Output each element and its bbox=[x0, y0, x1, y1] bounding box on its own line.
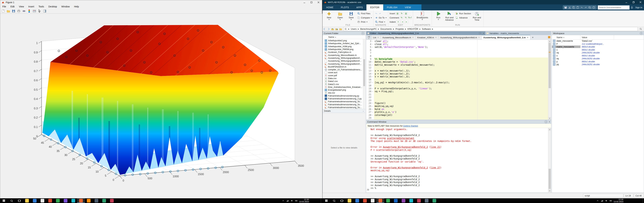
editor-panel-header[interactable]: Editor - Auswertung_Wirkungsgradkennfeld… bbox=[366, 31, 485, 35]
editor-tab[interactable]: Kreatoer_ASM.m✕ bbox=[416, 35, 438, 40]
code-line[interactable]: 13-x = matrix_messwerte(:,1); bbox=[366, 69, 548, 72]
editor-tab[interactable]: t.m✕ bbox=[372, 35, 381, 40]
indent-left-icon[interactable]: ⇤ bbox=[405, 20, 408, 23]
file-list-item[interactable]: cover.aux bbox=[323, 71, 366, 74]
code-warning-indicator[interactable] bbox=[548, 36, 550, 38]
code-line[interactable]: 9%% Dateipfade bbox=[366, 58, 548, 61]
surface-plot[interactable]: 10.90.80.70.60.50.40.30.20.1050454035302… bbox=[0, 14, 322, 198]
start-button[interactable] bbox=[0, 198, 8, 203]
task-view-icon[interactable] bbox=[338, 198, 346, 203]
close-button[interactable] bbox=[315, 0, 322, 5]
taskbar-app-icon[interactable] bbox=[31, 198, 38, 203]
workspace-row[interactable]: datei_messwerte'Data2.csv' bbox=[552, 40, 644, 43]
insert-colorbar-icon[interactable] bbox=[27, 9, 31, 13]
undo-icon[interactable] bbox=[580, 6, 584, 9]
taskbar-app-icon[interactable] bbox=[369, 198, 376, 203]
taskbar-app-icon[interactable] bbox=[92, 198, 100, 203]
insert-function-icon[interactable]: fx bbox=[400, 12, 403, 15]
save-figure-icon[interactable] bbox=[12, 9, 16, 13]
forward-icon[interactable] bbox=[326, 27, 330, 31]
code-line[interactable]: 12 bbox=[366, 66, 548, 69]
taskbar-app-icon[interactable] bbox=[77, 198, 85, 203]
code-line[interactable]: 7 bbox=[366, 52, 548, 55]
breadcrumb[interactable]: C:▶Users▶BerechnungsPC▶Documents▶Projekt… bbox=[344, 27, 638, 31]
code-line[interactable]: 11-matrix_messwerte = xlsread(datei_mess… bbox=[366, 64, 548, 67]
minimize-button[interactable] bbox=[623, 0, 630, 4]
code-line[interactable]: 28-colormap(jet) bbox=[366, 114, 548, 117]
file-list-item[interactable]: Fahrantriebsdimensionierung_Sc... bbox=[323, 106, 366, 109]
toolstrip-tab-apps[interactable]: APPS bbox=[353, 4, 366, 11]
show-desktop-button[interactable] bbox=[643, 198, 644, 203]
editor-tab[interactable]: Auswertung_Wirkungsgradkennfeld.m✕ bbox=[438, 35, 482, 40]
close-tab-icon[interactable]: ✕ bbox=[435, 37, 437, 39]
panel-menu-icon[interactable]: ▾ bbox=[479, 32, 482, 35]
file-list-item[interactable]: Fahrantriebsdimensionierung_Sc... bbox=[323, 100, 366, 103]
panel-menu-icon[interactable]: ▾ bbox=[544, 120, 548, 123]
taskbar-app-icon[interactable] bbox=[100, 198, 108, 203]
search-input[interactable] bbox=[598, 6, 630, 9]
code-line[interactable]: 29 bbox=[366, 117, 548, 120]
task-view-icon[interactable] bbox=[16, 198, 23, 203]
console-error-link[interactable]: scatteredInterpolant bbox=[387, 137, 414, 139]
save-icon[interactable] bbox=[564, 6, 567, 9]
show-desktop-button[interactable] bbox=[321, 198, 322, 203]
close-button[interactable] bbox=[637, 0, 644, 4]
code-line[interactable]: 25-mesh(xq,yq,vq) bbox=[366, 105, 548, 108]
chevron-up-icon[interactable] bbox=[282, 199, 284, 202]
toolstrip-tab-publish[interactable]: PUBLISH bbox=[383, 4, 401, 11]
workspace-row[interactable]: xq244x16251 double bbox=[552, 57, 644, 60]
taskbar-app-icon[interactable] bbox=[108, 198, 116, 203]
edit-plot-icon[interactable] bbox=[38, 9, 42, 13]
panel-menu-icon[interactable]: ▾ bbox=[640, 32, 643, 35]
taskbar-app-icon[interactable] bbox=[407, 198, 415, 203]
file-list-item[interactable]: Auswertung_Wirkungsgradkennf... bbox=[323, 59, 366, 62]
breadcrumb-segment[interactable]: Documents bbox=[380, 28, 392, 30]
scroll-down-icon[interactable]: ▼ bbox=[548, 189, 551, 192]
keyboard-icon[interactable] bbox=[295, 199, 298, 202]
code-line[interactable]: 26-hold on bbox=[366, 108, 548, 111]
toolstrip-tab-editor[interactable]: EDITOR bbox=[366, 4, 383, 11]
file-list-item[interactable]: Arbeitspunkte2.png bbox=[323, 39, 366, 42]
taskbar-search-icon[interactable] bbox=[8, 198, 16, 203]
file-list-item[interactable]: Fahrantriebsdimensionierung.py bbox=[323, 94, 366, 97]
maximize-button[interactable] bbox=[308, 0, 315, 5]
start-button[interactable] bbox=[322, 198, 330, 203]
run-button[interactable]: Run bbox=[433, 11, 444, 20]
panel-menu-icon[interactable]: ▾ bbox=[362, 32, 364, 35]
close-tab-icon[interactable]: ✕ bbox=[412, 37, 414, 39]
file-list-item[interactable]: cover.pdf bbox=[323, 74, 366, 77]
code-line[interactable]: 19-F = scatteredInterpolant(x,y,v, 'line… bbox=[366, 87, 548, 90]
taskbar-app-icon[interactable] bbox=[46, 198, 54, 203]
network-icon[interactable] bbox=[286, 199, 289, 202]
breadcrumb-segment[interactable]: Users bbox=[350, 28, 357, 30]
link-plot-icon[interactable] bbox=[22, 9, 26, 13]
editor-scrollbar[interactable]: ▲ ▼ bbox=[548, 40, 551, 120]
new-button[interactable]: New bbox=[324, 11, 334, 20]
help-icon[interactable]: ? bbox=[592, 6, 596, 9]
code-line[interactable]: 4-close all; bbox=[366, 43, 548, 46]
code-line[interactable]: 15-v = matrix_messwerte(:,3); bbox=[366, 75, 548, 78]
up-folder-icon[interactable] bbox=[330, 27, 334, 31]
dock-figure-icon[interactable] bbox=[43, 9, 47, 13]
console-error-link[interactable]: Auswertung_Wirkungsgradkennfeld_2 bbox=[383, 166, 428, 169]
file-list-item[interactable]: Data21.csv bbox=[323, 83, 366, 85]
figure-menu-insert[interactable]: Insert bbox=[26, 5, 36, 8]
workspace-row[interactable]: x660x1 double bbox=[552, 54, 644, 57]
file-list-item[interactable]: Auswertung_Messsoftware.m bbox=[323, 54, 366, 56]
compare-button[interactable]: Compare bbox=[357, 16, 372, 20]
toolstrip-tab-view[interactable]: VIEW bbox=[401, 4, 414, 11]
console-scrollbar[interactable]: ▲ ▼ bbox=[548, 128, 551, 192]
back-icon[interactable] bbox=[322, 27, 326, 31]
file-list-item[interactable]: Data.csv bbox=[323, 77, 366, 80]
keyboard-icon[interactable] bbox=[609, 199, 612, 202]
matlab-titlebar[interactable]: MATLAB R2019b - academic use bbox=[322, 0, 644, 4]
workspace-row[interactable]: y660x1 double bbox=[552, 60, 644, 63]
code-line[interactable]: 24-figure() bbox=[366, 102, 548, 105]
fx-button[interactable]: fx bbox=[367, 188, 369, 191]
insert-button[interactable]: Insert▤fx▥ bbox=[390, 12, 412, 15]
close-panel-icon[interactable]: × bbox=[483, 32, 484, 35]
taskbar-app-icon[interactable] bbox=[70, 198, 77, 203]
print-figure-icon[interactable] bbox=[17, 9, 21, 13]
file-list-item[interactable]: Auslesen_Fahrzyklus.m bbox=[323, 51, 366, 54]
insert-section-icon[interactable]: ▤ bbox=[396, 12, 399, 15]
